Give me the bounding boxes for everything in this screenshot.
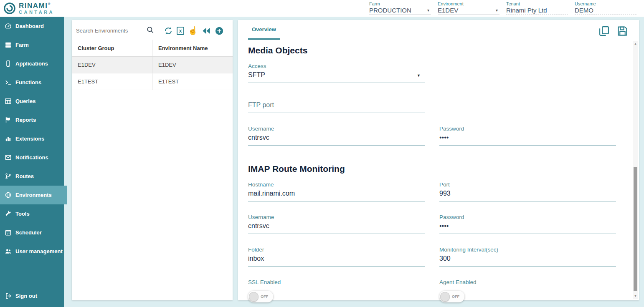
media-password-value[interactable]: •••• bbox=[439, 134, 616, 142]
notifications-icon bbox=[5, 154, 12, 161]
scrollbar-thumb[interactable] bbox=[634, 167, 637, 291]
monitoring-interval-label: Monitoring Interval(sec) bbox=[439, 247, 616, 253]
agent-enabled-toggle[interactable]: OFF bbox=[439, 291, 464, 302]
imap-username-value[interactable]: cntrsvc bbox=[248, 222, 425, 231]
toggle-knob[interactable] bbox=[249, 292, 259, 302]
reports-icon bbox=[5, 116, 12, 123]
imap-username-field[interactable]: Username cntrsvc bbox=[248, 214, 425, 234]
sidebar-item-dashboard[interactable]: Dashboard bbox=[0, 17, 64, 35]
list-toolbar: x ☝ bbox=[72, 20, 233, 38]
applications-icon bbox=[5, 60, 12, 67]
sidebar-nav: Dashboard Farm Applications Functions Qu… bbox=[0, 17, 64, 307]
dropdown-caret-icon[interactable]: ▼ bbox=[417, 73, 421, 78]
imap-hostname-value[interactable]: mail.rinami.com bbox=[248, 190, 425, 198]
caret-down-icon[interactable]: ▾ bbox=[496, 8, 498, 13]
imap-hostname-field[interactable]: Hostname mail.rinami.com bbox=[248, 181, 425, 201]
sidebar-item-scheduler[interactable]: Scheduler bbox=[0, 223, 64, 242]
imap-folder-value[interactable]: inbox bbox=[248, 255, 425, 263]
pointer-icon: ☝ bbox=[188, 26, 198, 35]
username-label: Username bbox=[575, 1, 636, 6]
monitoring-interval-value[interactable]: 300 bbox=[439, 255, 616, 263]
environment-selector[interactable]: Environment E1DEV▾ bbox=[438, 1, 499, 16]
search-icon[interactable] bbox=[146, 26, 154, 34]
sidebar-item-label: Scheduler bbox=[15, 229, 42, 236]
search-input[interactable] bbox=[76, 28, 146, 34]
media-password-field[interactable]: Password •••• bbox=[439, 126, 616, 146]
sidebar-item-label: Routes bbox=[15, 173, 34, 179]
tab-overview[interactable]: Overview bbox=[248, 26, 280, 40]
environment-table: Cluster Group Environment Name E1DEV E1D… bbox=[72, 40, 233, 90]
imap-port-label: Port bbox=[439, 181, 616, 188]
sidebar-item-user-management[interactable]: User management bbox=[0, 242, 64, 261]
imap-port-field[interactable]: Port 993 bbox=[439, 181, 616, 201]
logo-mark-icon bbox=[3, 2, 16, 15]
save-button[interactable] bbox=[617, 25, 628, 37]
sidebar-item-label: Notifications bbox=[15, 154, 48, 161]
monitoring-interval-field[interactable]: Monitoring Interval(sec) 300 bbox=[439, 247, 616, 267]
sidebar-item-notifications[interactable]: Notifications bbox=[0, 148, 64, 167]
farm-value: PRODUCTION bbox=[369, 7, 411, 14]
sidebar-item-environments[interactable]: Environments bbox=[0, 186, 67, 204]
sidebar-item-extensions[interactable]: Extensions bbox=[0, 129, 64, 148]
vertical-scrollbar[interactable]: ▲ ▼ bbox=[633, 41, 638, 299]
sidebar-item-farm[interactable]: Farm bbox=[0, 35, 64, 54]
imap-password-value[interactable]: •••• bbox=[439, 222, 616, 231]
search-field[interactable] bbox=[76, 25, 157, 36]
column-header-environment-name: Environment Name bbox=[152, 40, 233, 57]
tenant-display: Tenant Rinami Pty Ltd bbox=[506, 1, 568, 16]
imap-password-field[interactable]: Password •••• bbox=[439, 214, 616, 234]
export-excel-button[interactable]: x bbox=[177, 27, 184, 35]
user-management-icon bbox=[5, 248, 12, 255]
cell-cluster-group[interactable]: E1DEV bbox=[72, 57, 152, 73]
farm-selector[interactable]: Farm PRODUCTION▾ bbox=[369, 1, 431, 16]
plus-circle-icon bbox=[215, 26, 224, 35]
sign-out-button[interactable]: Sign out bbox=[0, 287, 64, 304]
access-value[interactable]: SFTP bbox=[248, 71, 425, 80]
table-row[interactable]: E1DEV E1DEV bbox=[72, 57, 233, 73]
excel-export-icon: x bbox=[179, 28, 182, 34]
functions-icon bbox=[5, 79, 12, 86]
username-value: DEMO bbox=[575, 7, 593, 14]
logo-subtitle: CANTARA bbox=[19, 10, 54, 15]
sidebar-item-label: Tools bbox=[15, 211, 30, 217]
cell-environment-name[interactable]: E1TEST bbox=[152, 73, 233, 90]
scroll-down-arrow-icon[interactable]: ▼ bbox=[633, 294, 638, 299]
sign-out-label: Sign out bbox=[15, 293, 37, 299]
ftp-port-label: FTP port bbox=[248, 101, 425, 110]
sidebar-item-label: Reports bbox=[15, 117, 36, 123]
imap-folder-field[interactable]: Folder inbox bbox=[248, 247, 425, 267]
access-label: Access bbox=[248, 63, 425, 69]
sidebar-item-tools[interactable]: Tools bbox=[0, 204, 64, 223]
scroll-up-arrow-icon[interactable]: ▲ bbox=[633, 41, 638, 46]
sidebar-item-label: Farm bbox=[15, 42, 29, 48]
sidebar-item-label: Extensions bbox=[15, 136, 44, 142]
sidebar-item-functions[interactable]: Functions bbox=[0, 73, 64, 92]
cell-cluster-group[interactable]: E1TEST bbox=[72, 73, 152, 90]
refresh-button[interactable] bbox=[164, 26, 173, 35]
imap-port-value[interactable]: 993 bbox=[439, 190, 616, 198]
select-pointer-button[interactable]: ☝ bbox=[188, 27, 198, 35]
sidebar-item-applications[interactable]: Applications bbox=[0, 54, 64, 73]
access-select-field[interactable]: Access SFTP ▼ bbox=[248, 63, 425, 83]
sidebar-item-reports[interactable]: Reports bbox=[0, 111, 64, 129]
table-row[interactable]: E1TEST E1TEST bbox=[72, 73, 233, 90]
ftp-port-field[interactable]: FTP port bbox=[248, 96, 425, 113]
farm-icon bbox=[5, 41, 12, 48]
collapse-panel-button[interactable] bbox=[202, 26, 211, 35]
add-environment-button[interactable] bbox=[215, 26, 224, 35]
media-username-field[interactable]: Username cntrsvc bbox=[248, 126, 425, 146]
save-icon bbox=[617, 25, 628, 37]
copy-button[interactable] bbox=[598, 25, 610, 37]
cell-environment-name[interactable]: E1DEV bbox=[152, 57, 233, 73]
media-username-value[interactable]: cntrsvc bbox=[248, 134, 425, 142]
logo-title: RINAMI® bbox=[19, 2, 54, 9]
sidebar-item-routes[interactable]: Routes bbox=[0, 167, 64, 186]
imap-username-label: Username bbox=[248, 214, 425, 220]
sidebar-item-queries[interactable]: Queries bbox=[0, 92, 64, 111]
queries-icon bbox=[5, 98, 12, 105]
ssl-enabled-toggle[interactable]: OFF bbox=[248, 291, 273, 302]
sidebar-item-label: Environments bbox=[15, 192, 52, 198]
caret-down-icon[interactable]: ▾ bbox=[427, 8, 429, 13]
agent-enabled-label: Agent Enabled bbox=[439, 279, 616, 285]
toggle-knob[interactable] bbox=[440, 292, 450, 302]
